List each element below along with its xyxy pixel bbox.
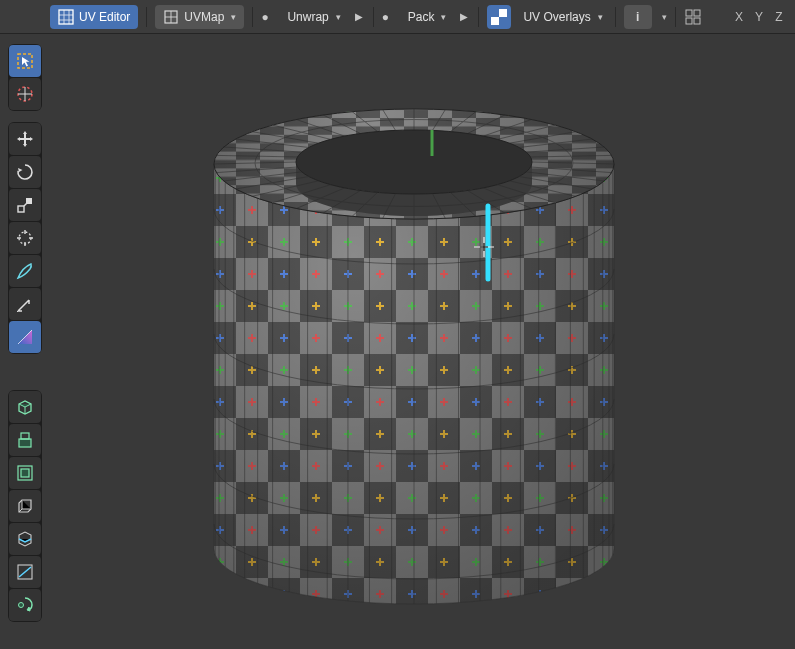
axis-x-button[interactable]: X — [731, 10, 747, 24]
uvmap-selector[interactable]: UVMap ▾ — [155, 5, 244, 29]
inset-faces-tool[interactable] — [9, 457, 41, 489]
svg-rect-3 — [491, 9, 499, 17]
editor-type-label: UV Editor — [79, 10, 130, 24]
editor-type-button[interactable]: UV Editor — [50, 5, 138, 29]
rotate-tool[interactable] — [9, 156, 41, 188]
options-icon[interactable] — [684, 8, 702, 26]
spin-tool[interactable] — [9, 589, 41, 621]
scene-render — [44, 34, 795, 649]
checker-icon — [491, 9, 507, 25]
annotate-tool[interactable] — [9, 255, 41, 287]
svg-point-19 — [19, 603, 24, 608]
svg-rect-14 — [19, 439, 31, 447]
3d-viewport[interactable] — [44, 34, 795, 649]
pack-execute-button[interactable]: ▶ — [458, 11, 470, 22]
svg-rect-6 — [694, 10, 700, 16]
pack-text: Pack — [408, 10, 435, 24]
pack-menu[interactable]: Pack ▾ — [404, 5, 451, 29]
uv-overlays-menu[interactable]: UV Overlays ▾ — [519, 5, 606, 29]
svg-rect-8 — [694, 18, 700, 24]
dot-icon: ● — [261, 10, 275, 24]
unwrap-text: Unwrap — [287, 10, 328, 24]
chevron-down-icon: ▾ — [441, 12, 446, 22]
svg-rect-4 — [499, 17, 507, 25]
uv-editor-icon — [58, 9, 74, 25]
gradient-tool[interactable] — [9, 321, 41, 353]
svg-rect-5 — [686, 10, 692, 16]
chevron-down-icon: ▾ — [336, 12, 341, 22]
uv-map-icon — [163, 9, 179, 25]
cursor-tool[interactable] — [9, 45, 41, 77]
uvmap-text: UVMap — [184, 10, 224, 24]
knife-tool[interactable] — [9, 556, 41, 588]
info-button[interactable]: i — [624, 5, 652, 29]
separator — [146, 7, 147, 27]
svg-rect-12 — [18, 206, 24, 212]
loop-cut-tool[interactable] — [9, 523, 41, 555]
svg-rect-15 — [21, 433, 29, 439]
chevron-down-icon: ▾ — [598, 12, 603, 22]
svg-rect-0 — [59, 10, 73, 24]
overlays-text: UV Overlays — [523, 10, 590, 24]
info-icon: i — [636, 10, 639, 24]
separator — [252, 7, 253, 27]
uv-overlays-toggle[interactable] — [487, 5, 511, 29]
move-tool[interactable] — [9, 123, 41, 155]
separator — [373, 7, 374, 27]
dot-icon: ● — [382, 10, 396, 24]
scale-tool[interactable] — [9, 189, 41, 221]
separator — [615, 7, 616, 27]
3d-cursor-tool[interactable] — [9, 78, 41, 110]
add-cube-tool[interactable] — [9, 391, 41, 423]
transform-tool[interactable] — [9, 222, 41, 254]
extrude-region-tool[interactable] — [9, 424, 41, 456]
separator — [675, 7, 676, 27]
unwrap-menu[interactable]: Unwrap ▾ — [283, 5, 344, 29]
svg-rect-7 — [686, 18, 692, 24]
chevron-down-icon: ▾ — [231, 12, 236, 22]
chevron-down-icon[interactable]: ▾ — [662, 12, 667, 22]
separator — [478, 7, 479, 27]
axis-z-button[interactable]: Z — [771, 10, 787, 24]
unwrap-execute-button[interactable]: ▶ — [353, 11, 365, 22]
measure-tool[interactable] — [9, 288, 41, 320]
svg-rect-17 — [21, 469, 29, 477]
axis-y-button[interactable]: Y — [751, 10, 767, 24]
bevel-tool[interactable] — [9, 490, 41, 522]
